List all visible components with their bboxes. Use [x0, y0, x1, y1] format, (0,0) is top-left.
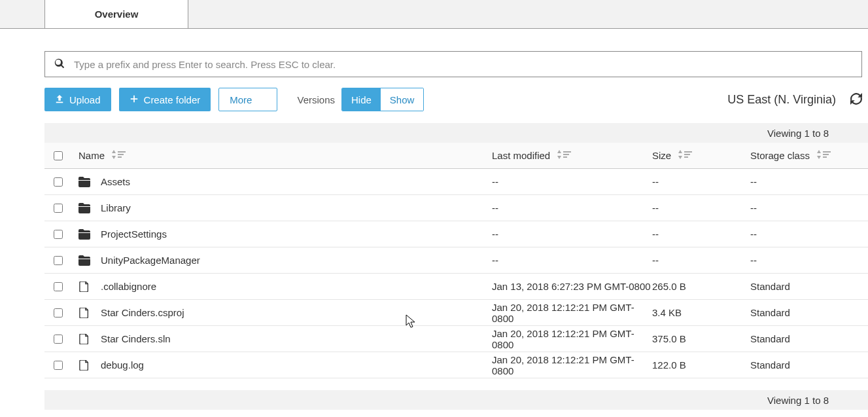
item-name[interactable]: UnityPackageManager	[101, 255, 200, 266]
item-name[interactable]: ProjectSettings	[101, 228, 167, 240]
versions-label: Versions	[297, 94, 335, 105]
item-modified: --	[492, 202, 498, 213]
row-checkbox[interactable]	[54, 204, 63, 213]
file-table: Name Last modified Size	[44, 143, 868, 378]
tab-overview[interactable]: Overview	[44, 0, 188, 28]
chevron-down-icon	[257, 94, 266, 105]
refresh-button[interactable]	[850, 93, 862, 107]
item-storage: --	[750, 255, 757, 266]
status-bar-bottom: Viewing 1 to 8	[44, 390, 868, 410]
item-modified: Jan 20, 2018 12:12:21 PM GMT-0800	[492, 302, 652, 324]
create-folder-label: Create folder	[144, 94, 201, 105]
table-row[interactable]: Star Cinders.csprojJan 20, 2018 12:12:21…	[44, 300, 868, 326]
column-header-storage[interactable]: Storage class	[750, 150, 810, 161]
folder-icon	[78, 229, 90, 240]
more-button[interactable]: More	[218, 88, 277, 111]
item-storage: Standard	[750, 281, 790, 292]
item-size: 265.0 B	[652, 281, 686, 292]
upload-icon	[55, 94, 64, 105]
table-row[interactable]: UnityPackageManager------	[44, 247, 868, 274]
toolbar: Upload Create folder More Versions Hide	[44, 88, 862, 111]
file-icon	[78, 334, 90, 344]
sort-icon[interactable]	[816, 150, 831, 161]
status-bar-top: Viewing 1 to 8	[44, 123, 868, 143]
folder-icon	[78, 255, 90, 266]
sort-icon[interactable]	[557, 150, 571, 161]
folder-icon	[78, 203, 90, 213]
column-header-size[interactable]: Size	[652, 150, 671, 161]
item-storage: --	[750, 202, 757, 213]
upload-button[interactable]: Upload	[44, 88, 111, 111]
create-folder-button[interactable]: Create folder	[119, 88, 211, 111]
item-name[interactable]: .collabignore	[101, 281, 156, 292]
table-row[interactable]: .collabignoreJan 13, 2018 6:27:23 PM GMT…	[44, 274, 868, 300]
item-name[interactable]: Assets	[101, 176, 130, 187]
versions-toggle: Hide Show	[341, 88, 424, 111]
item-size: 122.0 B	[652, 359, 686, 371]
item-size: --	[652, 176, 659, 187]
item-modified: Jan 20, 2018 12:12:21 PM GMT-0800	[492, 354, 652, 376]
item-size: 3.4 KB	[652, 307, 682, 318]
search-icon	[54, 58, 74, 71]
file-icon	[78, 308, 90, 318]
row-checkbox[interactable]	[54, 361, 63, 370]
row-checkbox[interactable]	[54, 256, 63, 265]
item-storage: --	[750, 228, 757, 240]
item-name[interactable]: Library	[101, 202, 131, 213]
upload-label: Upload	[69, 94, 101, 105]
search-input[interactable]	[74, 59, 852, 70]
sort-icon[interactable]	[111, 150, 126, 161]
select-all-checkbox[interactable]	[54, 151, 63, 160]
sort-icon[interactable]	[678, 150, 692, 161]
item-modified: Jan 13, 2018 6:27:23 PM GMT-0800	[492, 281, 651, 292]
item-name[interactable]: Star Cinders.csproj	[101, 307, 184, 318]
folder-icon	[78, 177, 90, 187]
table-row[interactable]: ProjectSettings------	[44, 221, 868, 247]
table-row[interactable]: Assets------	[44, 169, 868, 195]
item-modified: --	[492, 228, 498, 240]
row-checkbox[interactable]	[54, 177, 63, 187]
row-checkbox[interactable]	[54, 230, 63, 239]
file-icon	[78, 281, 90, 292]
item-name[interactable]: debug.log	[101, 359, 144, 371]
item-name[interactable]: Star Cinders.sln	[101, 333, 171, 344]
plus-icon	[130, 94, 139, 105]
item-size: 375.0 B	[652, 333, 686, 344]
search-box[interactable]	[44, 51, 862, 77]
column-header-name[interactable]: Name	[78, 150, 105, 161]
item-storage: Standard	[750, 307, 790, 318]
item-storage: Standard	[750, 359, 790, 371]
viewing-count-bottom: Viewing 1 to 8	[767, 395, 829, 406]
item-storage: --	[750, 176, 757, 187]
item-size: --	[652, 228, 659, 240]
row-checkbox[interactable]	[54, 282, 63, 291]
item-modified: --	[492, 176, 498, 187]
row-checkbox[interactable]	[54, 308, 63, 317]
versions-show-button[interactable]: Show	[381, 88, 424, 111]
item-size: --	[652, 202, 659, 213]
table-row[interactable]: debug.logJan 20, 2018 12:12:21 PM GMT-08…	[44, 352, 868, 378]
tab-overview-label: Overview	[95, 9, 139, 20]
item-storage: Standard	[750, 333, 790, 344]
table-row[interactable]: Star Cinders.slnJan 20, 2018 12:12:21 PM…	[44, 326, 868, 352]
region-label: US East (N. Virginia)	[727, 93, 836, 107]
file-icon	[78, 360, 90, 371]
table-header: Name Last modified Size	[44, 143, 868, 169]
item-modified: --	[492, 255, 498, 266]
item-modified: Jan 20, 2018 12:12:21 PM GMT-0800	[492, 328, 652, 350]
tabs-bar: Overview	[0, 0, 868, 29]
row-checkbox[interactable]	[54, 335, 63, 344]
table-row[interactable]: Library------	[44, 195, 868, 221]
viewing-count-top: Viewing 1 to 8	[767, 128, 829, 139]
column-header-modified[interactable]: Last modified	[492, 150, 550, 161]
versions-hide-button[interactable]: Hide	[342, 88, 381, 111]
item-size: --	[652, 255, 659, 266]
more-label: More	[230, 94, 252, 105]
